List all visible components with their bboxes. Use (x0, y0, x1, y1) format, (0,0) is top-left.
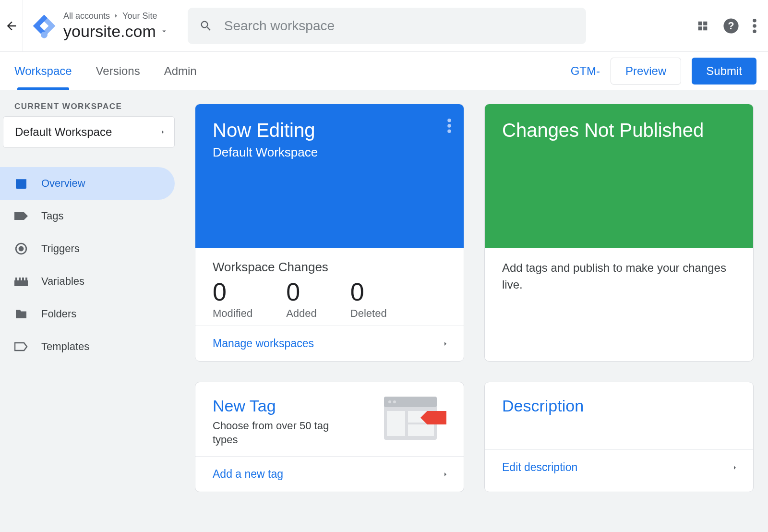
search-box[interactable] (188, 8, 586, 44)
nav-label: Templates (41, 340, 89, 353)
svg-rect-20 (387, 411, 405, 436)
tab-admin[interactable]: Admin (164, 52, 197, 90)
help-icon[interactable]: ? (723, 18, 739, 34)
new-tag-card: New Tag Choose from over 50 tag types (195, 382, 464, 492)
new-tag-subtitle: Choose from over 50 tag types (213, 419, 347, 447)
add-new-tag-link[interactable]: Add a new tag (195, 456, 464, 492)
edit-description-link[interactable]: Edit description (485, 449, 753, 485)
submit-button[interactable]: Submit (692, 58, 756, 85)
tag-icon (14, 209, 28, 223)
nav-tags[interactable]: Tags (0, 200, 175, 232)
tag-manager-icon (31, 12, 58, 39)
svg-point-4 (753, 24, 756, 28)
sub-nav: Workspace Versions Admin GTM- Preview Su… (0, 52, 768, 90)
footer-label: Add a new tag (213, 468, 283, 481)
search-icon (199, 19, 213, 33)
variables-icon (14, 275, 28, 288)
stat-modified: 0 Modified (213, 278, 252, 320)
svg-point-0 (41, 31, 48, 38)
overview-icon (14, 177, 28, 190)
workspace-changes-heading: Workspace Changes (213, 260, 446, 275)
svg-rect-12 (25, 278, 27, 280)
publish-title: Changes Not Published (502, 120, 736, 141)
svg-point-5 (753, 29, 756, 33)
stat-label: Deleted (350, 307, 387, 320)
svg-point-13 (447, 119, 451, 122)
preview-button[interactable]: Preview (611, 58, 681, 85)
chevron-right-icon (113, 12, 120, 19)
arrow-left-icon (5, 19, 18, 33)
stat-label: Added (286, 307, 317, 320)
caret-down-icon (160, 27, 168, 36)
nav-folders[interactable]: Folders (0, 298, 175, 330)
breadcrumb[interactable]: All accounts Your Site (63, 11, 168, 21)
footer-label: Edit description (502, 461, 577, 474)
now-editing-hero: Now Editing Default Workspace (195, 104, 464, 248)
nav-label: Triggers (41, 242, 80, 255)
manage-workspaces-link[interactable]: Manage workspaces (195, 326, 464, 361)
search-input[interactable] (224, 18, 575, 34)
nav-label: Overview (41, 177, 85, 190)
nav-variables[interactable]: Variables (0, 265, 175, 298)
publish-body: Add tags and publish to make your change… (485, 248, 753, 361)
svg-point-3 (753, 19, 756, 23)
description-body: Description (485, 382, 753, 449)
back-button[interactable] (0, 0, 23, 52)
stat-value: 0 (350, 278, 387, 306)
more-vert-icon[interactable] (753, 19, 756, 33)
footer-label: Manage workspaces (213, 337, 314, 350)
tag-window-icon (384, 397, 446, 445)
svg-rect-9 (15, 278, 17, 280)
tab-versions[interactable]: Versions (96, 52, 140, 90)
site-selector[interactable]: yoursite.com (63, 22, 168, 41)
chevron-right-icon (731, 461, 739, 474)
svg-rect-22 (408, 424, 434, 436)
card-menu-button[interactable] (447, 119, 451, 133)
now-editing-subtitle: Default Workspace (213, 145, 446, 160)
new-tag-title: New Tag (213, 397, 347, 415)
folder-icon (14, 307, 28, 321)
new-tag-body: New Tag Choose from over 50 tag types (195, 382, 464, 456)
trigger-icon (14, 242, 28, 255)
bottom-card-row: New Tag Choose from over 50 tag types (195, 382, 754, 492)
svg-text:?: ? (728, 20, 734, 32)
publish-hero: Changes Not Published (485, 104, 753, 248)
topbar-actions: ? (696, 18, 756, 34)
svg-rect-10 (19, 278, 21, 280)
workspace-changes-body: Workspace Changes 0 Modified 0 Added 0 D (195, 248, 464, 326)
main-area: CURRENT WORKSPACE Default Workspace Over… (0, 90, 768, 532)
svg-rect-8 (14, 280, 28, 286)
chevron-right-icon (159, 126, 167, 138)
container-id[interactable]: GTM- (571, 64, 600, 78)
svg-point-18 (388, 400, 391, 403)
changes-not-published-card: Changes Not Published Add tags and publi… (484, 104, 754, 362)
site-name: yoursite.com (63, 22, 156, 41)
workspace-selector[interactable]: Default Workspace (3, 116, 175, 148)
current-workspace-label: CURRENT WORKSPACE (0, 102, 178, 116)
nav-triggers[interactable]: Triggers (0, 232, 175, 265)
nav-label: Folders (41, 308, 76, 320)
tab-workspace[interactable]: Workspace (14, 52, 72, 90)
breadcrumb-all: All accounts (63, 11, 110, 21)
stat-value: 0 (286, 278, 317, 306)
now-editing-card: Now Editing Default Workspace Workspace … (195, 104, 464, 362)
nav-templates[interactable]: Templates (0, 330, 175, 363)
stat-label: Modified (213, 307, 252, 320)
svg-rect-17 (384, 397, 437, 407)
apps-icon[interactable] (696, 19, 709, 33)
svg-point-7 (19, 246, 24, 252)
svg-point-15 (447, 130, 451, 133)
top-header: All accounts Your Site yoursite.com ? (0, 0, 768, 52)
stat-value: 0 (213, 278, 252, 306)
more-vert-icon (447, 119, 451, 133)
nav-overview[interactable]: Overview (0, 167, 175, 200)
content-area: Now Editing Default Workspace Workspace … (178, 90, 768, 532)
nav-label: Variables (41, 275, 84, 288)
chevron-right-icon (442, 468, 449, 481)
template-icon (14, 340, 28, 353)
svg-rect-11 (22, 278, 24, 280)
description-card: Description Edit description (484, 382, 754, 492)
account-title-block: All accounts Your Site yoursite.com (63, 11, 178, 41)
svg-point-14 (447, 124, 451, 128)
chevron-right-icon (442, 338, 449, 350)
